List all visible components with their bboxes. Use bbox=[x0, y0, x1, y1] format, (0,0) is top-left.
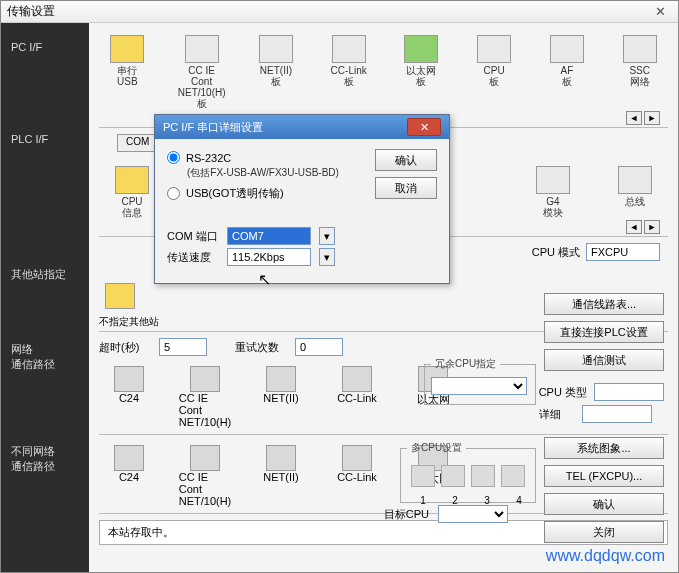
redundant-cpu-select[interactable] bbox=[431, 377, 527, 395]
dropdown-icon[interactable]: ▾ bbox=[319, 248, 335, 266]
device-icon bbox=[266, 366, 296, 392]
route-list-button[interactable]: 通信线路表... bbox=[544, 293, 664, 315]
device-label: CC-Link bbox=[337, 471, 377, 483]
speed-select[interactable] bbox=[227, 248, 311, 266]
device-label: CPU 板 bbox=[484, 65, 505, 87]
multi-cpu-legend: 多CPU设置 bbox=[407, 441, 466, 455]
device-label: 以太网 板 bbox=[406, 65, 436, 87]
device-icon bbox=[110, 35, 144, 63]
sidebar-item-other-station[interactable]: 其他站指定 bbox=[1, 249, 89, 300]
redundant-cpu-fieldset: 冗余CPU指定 bbox=[424, 357, 536, 405]
window-close-button[interactable]: ✕ bbox=[649, 4, 672, 19]
scroll-left-icon[interactable]: ◄ bbox=[626, 111, 642, 125]
dialog-title: PC I/F 串口详细设置 bbox=[163, 120, 263, 135]
device-item[interactable]: C24 bbox=[105, 445, 153, 507]
cpu-mode-label: CPU 模式 bbox=[532, 245, 580, 260]
sidebar-item-coexist-route[interactable]: 不同网络 通信路径 bbox=[1, 426, 89, 492]
device-icon bbox=[115, 166, 149, 194]
timeout-field[interactable] bbox=[159, 338, 207, 356]
device-icon bbox=[550, 35, 584, 63]
cpu-slot-3[interactable] bbox=[471, 465, 495, 487]
device-item[interactable]: CC-Link 板 bbox=[326, 35, 371, 109]
serial-detail-dialog: PC I/F 串口详细设置 ✕ RS-232C (包括FX-USB-AW/FX3… bbox=[154, 114, 450, 284]
device-label: CC IE Cont NET/10(H) bbox=[179, 471, 232, 507]
device-item[interactable]: CPU 板 bbox=[472, 35, 517, 109]
device-label: NET(II) 板 bbox=[260, 65, 292, 87]
device-icon bbox=[185, 35, 219, 63]
target-cpu-select[interactable] bbox=[438, 505, 508, 523]
device-icon bbox=[404, 35, 438, 63]
plc-icon-g4[interactable]: G4 模块 bbox=[526, 166, 580, 218]
retry-field[interactable] bbox=[295, 338, 343, 356]
plc-icon-bus[interactable]: 总线 bbox=[608, 166, 662, 218]
device-item[interactable]: CC IE Cont NET/10(H) bbox=[181, 366, 229, 428]
radio-rs232c[interactable] bbox=[167, 151, 180, 164]
scroll-right-icon[interactable]: ► bbox=[644, 220, 660, 234]
device-label: CC IE Cont NET/10(H)板 bbox=[178, 65, 226, 109]
sidebar-item-plc-if[interactable]: PLC I/F bbox=[1, 115, 89, 163]
cpu-mode-field[interactable] bbox=[586, 243, 660, 261]
speed-label: 传送速度 bbox=[167, 250, 219, 265]
device-item[interactable]: CC IE Cont NET/10(H)板 bbox=[178, 35, 226, 109]
device-icon bbox=[190, 366, 220, 392]
redundant-cpu-legend: 冗余CPU指定 bbox=[431, 357, 500, 371]
device-icon bbox=[190, 445, 220, 471]
dropdown-icon[interactable]: ▾ bbox=[319, 227, 335, 245]
device-icon bbox=[623, 35, 657, 63]
comm-test-button[interactable]: 通信测试 bbox=[544, 349, 664, 371]
device-icon bbox=[259, 35, 293, 63]
watermark: www.dqdqw.com bbox=[546, 547, 665, 565]
radio-rs232c-label: RS-232C bbox=[186, 152, 231, 164]
device-item[interactable]: NET(II) 板 bbox=[254, 35, 299, 109]
sidebar-item-network-route[interactable]: 网络 通信路径 bbox=[1, 324, 89, 390]
system-image-button[interactable]: 系统图象... bbox=[544, 437, 664, 459]
device-item[interactable]: C24 bbox=[105, 366, 153, 428]
pc-if-icon-row: 串行 USBCC IE Cont NET/10(H)板NET(II) 板CC-L… bbox=[99, 31, 668, 115]
cpu-slot-2[interactable] bbox=[441, 465, 465, 487]
device-icon bbox=[114, 366, 144, 392]
tab-com[interactable]: COM bbox=[117, 134, 158, 152]
com-port-label: COM 端口 bbox=[167, 229, 219, 244]
direct-plc-button[interactable]: 直接连接PLC设置 bbox=[544, 321, 664, 343]
close-button[interactable]: 关闭 bbox=[544, 521, 664, 543]
transfer-setup-window: 传输设置 ✕ PC I/F PLC I/F 其他站指定 网络 通信路径 不同网络… bbox=[0, 0, 679, 573]
ok-button[interactable]: 确认 bbox=[544, 493, 664, 515]
device-label: CC-Link 板 bbox=[331, 65, 367, 87]
device-item[interactable]: NET(II) bbox=[257, 366, 305, 428]
scroll-left-icon[interactable]: ◄ bbox=[626, 220, 642, 234]
target-cpu-row: 目标CPU bbox=[384, 505, 508, 523]
titlebar: 传输设置 ✕ bbox=[1, 1, 678, 23]
scroll-right-icon[interactable]: ► bbox=[644, 111, 660, 125]
device-label: C24 bbox=[119, 392, 139, 404]
radio-usb[interactable] bbox=[167, 187, 180, 200]
device-label: AF 板 bbox=[561, 65, 574, 87]
dialog-cancel-button[interactable]: 取消 bbox=[375, 177, 437, 199]
sidebar-item-pc-if[interactable]: PC I/F bbox=[1, 23, 89, 71]
device-label: 串行 USB bbox=[117, 65, 138, 87]
device-icon bbox=[332, 35, 366, 63]
device-icon bbox=[342, 366, 372, 392]
device-item[interactable]: CC-Link bbox=[333, 445, 381, 507]
device-label: SSC 网络 bbox=[629, 65, 650, 87]
device-item[interactable]: NET(II) bbox=[257, 445, 305, 507]
window-title: 传输设置 bbox=[7, 3, 55, 20]
other-station-icon[interactable] bbox=[105, 283, 135, 309]
plc-icon-cpu-unit[interactable]: CPU 信息 bbox=[105, 166, 159, 218]
com-port-select[interactable] bbox=[227, 227, 311, 245]
cpu-slot-1[interactable] bbox=[411, 465, 435, 487]
device-item[interactable]: 以太网 板 bbox=[399, 35, 444, 109]
device-item[interactable]: CC IE Cont NET/10(H) bbox=[181, 445, 229, 507]
device-icon bbox=[536, 166, 570, 194]
device-item[interactable]: 串行 USB bbox=[105, 35, 150, 109]
tel-fxcpu-button[interactable]: TEL (FXCPU)... bbox=[544, 465, 664, 487]
device-item[interactable]: AF 板 bbox=[545, 35, 590, 109]
dialog-ok-button[interactable]: 确认 bbox=[375, 149, 437, 171]
device-item[interactable]: CC-Link bbox=[333, 366, 381, 428]
main-panel: 串行 USBCC IE Cont NET/10(H)板NET(II) 板CC-L… bbox=[89, 23, 678, 572]
sidebar: PC I/F PLC I/F 其他站指定 网络 通信路径 不同网络 通信路径 bbox=[1, 23, 89, 572]
device-item[interactable]: SSC 网络 bbox=[617, 35, 662, 109]
device-label: NET(II) bbox=[263, 392, 298, 404]
retry-label: 重试次数 bbox=[235, 340, 287, 355]
dialog-close-button[interactable]: ✕ bbox=[407, 118, 441, 136]
cpu-slot-4[interactable] bbox=[501, 465, 525, 487]
